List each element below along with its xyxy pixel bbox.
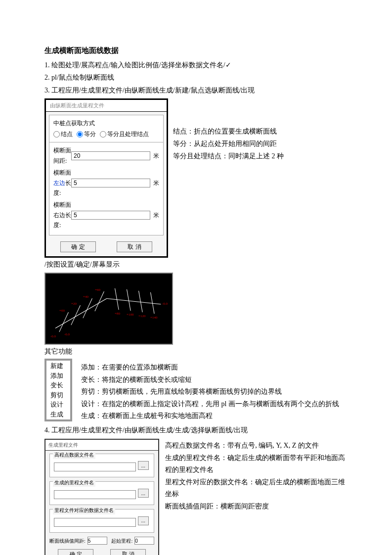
input-spacing[interactable] <box>71 151 150 160</box>
note-node: 结点：折点的位置要生成横断面线 <box>173 125 284 138</box>
side-l1: 高程点数据文件名：带有点号, 编码, Y, X, Z 的文件 <box>165 440 348 452</box>
legend-elev-file: 高程点数据文件名 <box>53 451 95 459</box>
input-interp[interactable] <box>87 537 107 545</box>
radio-node-input[interactable] <box>53 131 60 138</box>
radio-equal-node[interactable]: 等分且处理结点 <box>100 129 149 139</box>
context-menu: 新建 添加 变长 剪切 设计 生成 <box>44 359 72 421</box>
side-l4: 断面线插值间距：横断面间距密度 <box>165 501 348 513</box>
label-start-mileage: 起始里程: <box>111 537 132 545</box>
menu-descriptions: 添加：在需要的位置添加横断面 变长：将指定的横断面线变长或缩短 剪切：剪切横断面… <box>81 359 339 422</box>
radio-equal-node-input[interactable] <box>100 131 106 138</box>
other-functions-heading: 其它功能 <box>44 346 348 358</box>
radio-equal-input[interactable] <box>77 131 83 138</box>
input-right-len[interactable] <box>71 211 150 220</box>
input-start-mileage[interactable] <box>134 537 154 545</box>
dialog-section-config: 由纵断面生成里程文件 中桩点获取方式 结点 等分 等分且处理结点 横断面 <box>44 98 168 258</box>
dialog1-title: 由纵断面生成里程文件 <box>46 100 167 112</box>
cancel-button[interactable]: 取 消 <box>117 241 152 252</box>
menu-item-new[interactable]: 新建 <box>50 361 70 371</box>
desc-gen: 生成：在横断面上生成桩号和实地地面高程 <box>81 410 339 422</box>
browse-mileage-file[interactable]: ... <box>138 489 149 498</box>
menu-item-design[interactable]: 设计 <box>50 400 70 410</box>
side-l2: 生成的里程文件名：确定后生成的横断面带有平距和地面高程的里程文件名 <box>165 452 348 476</box>
dialog-generate-mileage: 生成里程文件 高程点数据文件名 ... 生成的里程文件名 ... 里程文件对应的… <box>44 439 159 555</box>
ok-button[interactable]: 确 定 <box>60 241 96 252</box>
cancel-button-2[interactable]: 取 消 <box>110 549 146 555</box>
note-equal-node: 等分且处理结点：同时满足上述 2 种 <box>173 150 284 162</box>
desc-design: 设计：在指定的横断面上指定设计高程，先用 pl 画一条与横断面线有两个交点的折线 <box>81 398 339 411</box>
menu-item-trim[interactable]: 剪切 <box>50 390 70 400</box>
cad-screenshot: +00 +20 +40 +60 +80 +100 +120 +140 -0.0 … <box>44 273 173 345</box>
menu-item-extend[interactable]: 变长 <box>50 380 70 390</box>
radio-node-label: 结点 <box>61 129 73 139</box>
step-3b: /按图设置/确定/屏幕显示 <box>44 259 348 271</box>
radio-equal[interactable]: 等分 <box>77 129 96 139</box>
dialog1-side-notes: 结点：折点的位置要生成横断面线 等分：从起点处开始用相同的间距 等分且处理结点：… <box>173 98 284 163</box>
legend-data-file: 里程文件对应的数据文件名 <box>53 506 115 514</box>
radio-equal-node-label: 等分且处理结点 <box>107 129 149 139</box>
input-mileage-file[interactable] <box>54 490 136 499</box>
input-elev-file[interactable] <box>54 462 136 471</box>
radio-equal-label: 等分 <box>84 129 96 139</box>
blue-left: 左边 <box>53 180 65 186</box>
label-right-len: 横断面右边长度: <box>53 200 71 230</box>
radio-node[interactable]: 结点 <box>53 129 73 139</box>
unit-m-2: 米 <box>153 178 159 188</box>
dialog2-side-notes: 高程点数据文件名：带有点号, 编码, Y, X, Z 的文件 生成的里程文件名：… <box>165 439 348 512</box>
input-data-file[interactable] <box>54 518 136 527</box>
menu-item-gen[interactable]: 生成 <box>50 410 70 419</box>
browse-data-file[interactable]: ... <box>138 516 149 525</box>
step-1: 1. 绘图处理/展高程点/输入绘图比例值/选择坐标数据文件名/✓ <box>44 59 348 71</box>
legend-method: 中桩点获取方式 <box>53 118 159 129</box>
unit-m-1: 米 <box>153 151 159 161</box>
label-interp: 断面线插值间距: <box>49 537 86 545</box>
input-left-len[interactable] <box>71 179 150 187</box>
label-spacing: 横断面间距: <box>53 145 71 166</box>
step-3: 3. 工程应用/生成里程文件/由纵断面线生成/新建/鼠点选纵断面线/出现 <box>44 85 348 96</box>
step-4: 4. 工程应用/生成里程文件/由纵断面线生成/生成/选择纵断面线/出现 <box>44 424 348 436</box>
desc-trim: 剪切：剪切横断面线，先用直线绘制要将横断面线剪切掉的边界线 <box>81 386 339 398</box>
menu-item-add[interactable]: 添加 <box>50 371 70 381</box>
desc-add: 添加：在需要的位置添加横断面 <box>81 362 339 374</box>
unit-m-3: 米 <box>153 210 159 220</box>
dialog2-title: 生成里程文件 <box>45 440 158 451</box>
step-2: 2. pl/鼠点绘制纵断面线 <box>44 72 348 84</box>
legend-mileage-file: 生成的里程文件名 <box>53 478 95 487</box>
desc-extend: 变长：将指定的横断面线变长或缩短 <box>81 374 339 386</box>
browse-elev-file[interactable]: ... <box>138 461 149 470</box>
page-title: 生成横断面地面线数据 <box>44 45 348 57</box>
ok-button-2[interactable]: 确 定 <box>58 549 93 555</box>
note-equal: 等分：从起点处开始用相同的间距 <box>173 138 284 150</box>
label-left-len: 横断面左边长度: <box>53 168 71 198</box>
side-l3: 里程文件对应的数据文件名：确定后生成的横断面地面三维坐标 <box>165 476 348 501</box>
